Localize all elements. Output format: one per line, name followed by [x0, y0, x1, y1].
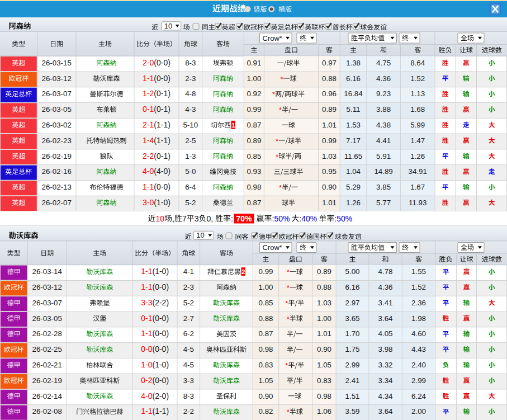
svg-text:0.91: 0.91 — [247, 59, 261, 67]
svg-text:9.23: 9.23 — [376, 89, 391, 98]
svg-text:3.34: 3.34 — [378, 376, 394, 385]
svg-text:4.34: 4.34 — [378, 392, 394, 400]
svg-text:1.52: 1.52 — [411, 283, 426, 291]
svg-text:0.90: 0.90 — [322, 183, 337, 191]
svg-text:6.24: 6.24 — [411, 392, 427, 400]
svg-text:0.85: 0.85 — [259, 299, 273, 307]
svg-text:5.29: 5.29 — [346, 183, 361, 191]
svg-text:1.05: 1.05 — [259, 376, 273, 385]
svg-text:0.82: 0.82 — [259, 407, 273, 416]
svg-text:4.43: 4.43 — [411, 345, 426, 353]
svg-text:2-3: 2-3 — [185, 74, 196, 83]
svg-text:*: * — [285, 361, 288, 370]
svg-text:1-1: 1-1 — [141, 407, 152, 416]
svg-text:0.98: 0.98 — [317, 392, 331, 400]
svg-text:0.89: 0.89 — [317, 267, 331, 276]
svg-text:0.97: 0.97 — [322, 59, 337, 67]
svg-text:(0-0): (0-0) — [153, 282, 169, 291]
svg-text:34.91: 34.91 — [409, 167, 427, 176]
svg-text:(0-0): (0-0) — [153, 376, 169, 385]
svg-text:5.11: 5.11 — [347, 105, 361, 114]
svg-text:26-03-02: 26-03-02 — [42, 121, 72, 129]
svg-text:10: 10 — [196, 231, 204, 239]
svg-text:(1-0): (1-0) — [154, 198, 170, 207]
svg-text:5-10: 5-10 — [183, 121, 198, 129]
svg-text:7.17: 7.17 — [346, 136, 361, 145]
svg-text:(1-1): (1-1) — [153, 407, 169, 416]
svg-text:26-03-15: 26-03-15 — [42, 59, 72, 67]
svg-text:*: * — [276, 137, 278, 145]
svg-text:(0-1): (0-1) — [154, 152, 170, 161]
svg-text:(0-0): (0-0) — [153, 329, 169, 338]
svg-text:(2-0): (2-0) — [153, 391, 169, 400]
svg-text:10: 10 — [164, 22, 172, 30]
svg-text:Crow*: Crow* — [263, 243, 282, 252]
svg-text:1.70: 1.70 — [345, 329, 360, 338]
svg-text:(0-0): (0-0) — [154, 58, 170, 67]
svg-text:1-2: 1-2 — [143, 89, 154, 98]
svg-text:1-0: 1-0 — [141, 360, 152, 369]
svg-text:1.04: 1.04 — [346, 167, 361, 176]
svg-text:1.03: 1.03 — [317, 299, 331, 307]
svg-text:,: , — [211, 214, 213, 223]
svg-text:4-0: 4-0 — [143, 167, 154, 176]
svg-text:70%: 70% — [236, 214, 252, 223]
svg-text:26-02-16: 26-02-16 — [42, 167, 72, 176]
svg-text:1.05: 1.05 — [317, 361, 331, 369]
svg-text:26-02-21: 26-02-21 — [32, 361, 62, 369]
svg-text:0.83: 0.83 — [317, 376, 331, 385]
svg-text:0.96: 0.96 — [322, 89, 337, 98]
svg-text:1.53: 1.53 — [346, 121, 361, 129]
svg-text:4.41: 4.41 — [376, 136, 391, 145]
svg-text:4.05: 4.05 — [378, 329, 393, 338]
svg-text:2-7: 2-7 — [183, 314, 194, 323]
svg-text:26-02-13: 26-02-13 — [42, 183, 72, 191]
svg-text:1.55: 1.55 — [411, 267, 426, 276]
svg-text:2.36: 2.36 — [411, 299, 426, 307]
svg-text:4-5: 4-5 — [183, 345, 194, 353]
svg-text:2.99: 2.99 — [345, 361, 360, 369]
svg-text:1.47: 1.47 — [410, 136, 425, 145]
svg-text:1.26: 1.26 — [410, 152, 425, 161]
svg-text:0-2: 0-2 — [141, 376, 152, 385]
svg-text:*: * — [272, 90, 275, 98]
svg-text:0.93: 0.93 — [247, 167, 261, 176]
svg-text:0.99: 0.99 — [247, 105, 261, 114]
svg-text:2.97: 2.97 — [345, 299, 360, 307]
svg-text:26-03-07: 26-03-07 — [32, 299, 62, 307]
svg-text:14.89: 14.89 — [374, 167, 392, 176]
svg-text:1.01: 1.01 — [317, 329, 331, 338]
svg-text:*: * — [279, 183, 282, 192]
svg-text:(1-0): (1-0) — [153, 267, 169, 276]
svg-text:0.85: 0.85 — [247, 152, 261, 161]
svg-text:0.95: 0.95 — [322, 167, 337, 176]
svg-text:1.75: 1.75 — [345, 345, 360, 353]
svg-text:0.87: 0.87 — [247, 121, 261, 129]
svg-text:1.00: 1.00 — [259, 283, 273, 291]
svg-text:1-1: 1-1 — [141, 282, 152, 291]
svg-text:*: * — [287, 408, 290, 416]
svg-text:3.64: 3.64 — [378, 314, 394, 323]
svg-text:3.59: 3.59 — [345, 407, 360, 416]
svg-text:4.75: 4.75 — [376, 59, 391, 67]
svg-text:*: * — [276, 153, 278, 161]
svg-text:1.51: 1.51 — [345, 392, 360, 400]
svg-text:3: 3 — [195, 214, 199, 223]
svg-text::50%: :50% — [334, 214, 352, 223]
svg-text:0.98: 0.98 — [247, 183, 261, 191]
svg-text:5.99: 5.99 — [410, 121, 425, 129]
svg-text:(0-1): (0-1) — [154, 105, 170, 114]
svg-text:5-2: 5-2 — [185, 199, 196, 207]
svg-text:1.52: 1.52 — [410, 74, 425, 83]
svg-text:0.87: 0.87 — [259, 329, 273, 338]
svg-text:26-03-14: 26-03-14 — [32, 267, 63, 276]
svg-text:4-5: 4-5 — [183, 361, 194, 369]
svg-text:3.65: 3.65 — [345, 314, 360, 323]
svg-text:(4-0): (4-0) — [154, 167, 170, 176]
svg-text:0.89: 0.89 — [322, 105, 337, 114]
svg-text:0.90: 0.90 — [259, 392, 273, 400]
svg-text:3.85: 3.85 — [376, 183, 391, 191]
svg-text:0: 0 — [207, 214, 211, 223]
svg-text:10: 10 — [156, 214, 165, 223]
svg-text:0.98: 0.98 — [259, 345, 273, 353]
